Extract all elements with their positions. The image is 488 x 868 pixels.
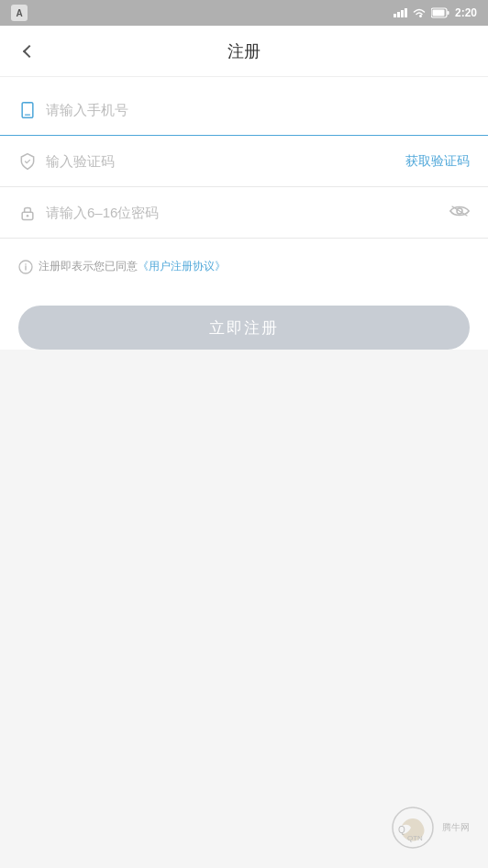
svg-rect-2 xyxy=(432,10,444,17)
phone-input[interactable] xyxy=(46,102,470,117)
password-input[interactable] xyxy=(46,205,449,220)
agreement-row: 注册即表示您已同意 《用户注册协议》 xyxy=(0,246,488,287)
register-button-wrap: 立即注册 xyxy=(0,287,488,350)
brand-text: 腾牛网 xyxy=(442,821,470,834)
agreement-prefix: 注册即表示您已同意 xyxy=(39,259,138,274)
app-icon: A xyxy=(11,5,28,21)
register-button[interactable]: 立即注册 xyxy=(18,306,470,350)
svg-point-12 xyxy=(25,263,27,265)
back-button[interactable] xyxy=(15,37,44,66)
qrcode-logo: Q QTN xyxy=(391,806,435,850)
svg-text:Q: Q xyxy=(398,825,405,835)
eye-toggle-icon[interactable] xyxy=(449,203,470,222)
status-bar-left: A xyxy=(11,5,28,21)
get-code-button[interactable]: 获取验证码 xyxy=(405,153,470,170)
status-bar-right: 2:20 xyxy=(394,6,477,19)
phone-field-row xyxy=(0,84,488,136)
svg-rect-1 xyxy=(447,11,449,15)
svg-rect-3 xyxy=(22,102,33,117)
info-icon xyxy=(18,260,33,274)
shield-icon xyxy=(18,152,37,171)
signal-icon xyxy=(394,8,407,17)
page-header: 注册 xyxy=(0,26,488,77)
wifi-icon xyxy=(413,7,426,18)
page-title: 注册 xyxy=(227,40,261,62)
svg-point-7 xyxy=(27,215,29,217)
main-content: 获取验证码 xyxy=(0,77,488,246)
status-bar: A 2:20 xyxy=(0,0,488,26)
bottom-watermark: Q QTN 腾牛网 xyxy=(391,806,470,850)
lock-icon xyxy=(18,204,37,222)
back-arrow-icon xyxy=(23,44,36,57)
svg-text:QTN: QTN xyxy=(407,834,423,842)
battery-icon xyxy=(431,7,449,18)
code-input[interactable] xyxy=(46,153,405,169)
code-field-row: 获取验证码 xyxy=(0,136,488,187)
status-time: 2:20 xyxy=(455,6,477,19)
password-field-row xyxy=(0,187,488,239)
phone-icon xyxy=(18,101,37,119)
agreement-link[interactable]: 《用户注册协议》 xyxy=(138,259,226,274)
